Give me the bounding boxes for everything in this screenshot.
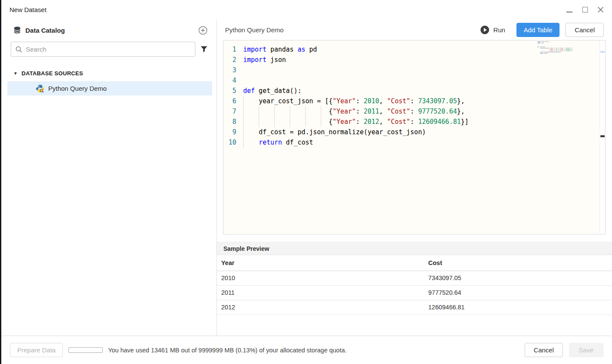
sample-preview-header: Sample Preview [217,242,612,255]
code-line: 10 return df_cost [223,137,605,148]
code-line: 9 df_cost = pd.json_normalize(year_cost_… [223,127,605,137]
footer-cancel-button[interactable]: Cancel [525,343,563,357]
code-line: 4 [223,75,605,86]
data-catalog-sidebar: Data Catalog [1,19,217,336]
close-button[interactable] [596,5,605,15]
editor-scrollbar[interactable] [600,40,605,234]
database-icon [13,26,21,34]
minimize-button[interactable] [565,5,574,15]
maximize-button[interactable] [580,5,590,15]
titlebar: New Dataset [1,0,612,19]
query-panel: Python Query Demo Run Add Table Cancel 1… [217,19,612,336]
tree-item-python-query-demo[interactable]: Python Query Demo [7,81,212,96]
search-input[interactable] [26,46,191,53]
footer-bar: Prepare Data You have used 13461 MB out … [1,336,612,364]
preview-column-header: Year [217,255,424,271]
preview-cell: 9777520.64 [424,285,612,300]
code-line: 8 {"Year": 2012, "Cost": 12609466.81}] [223,117,605,127]
section-label: DATABASE SOURCES [22,70,83,77]
add-table-button[interactable]: Add Table [516,23,559,37]
plus-circle-icon [198,26,207,35]
sample-preview-table: YearCost 20107343097.0520119777520.64201… [217,255,612,315]
prepare-data-button[interactable]: Prepare Data [10,343,63,357]
search-box [11,42,195,57]
query-title: Python Query Demo [225,26,480,34]
minimap[interactable] [538,41,599,54]
code-line: 2import json [223,55,605,65]
window-title: New Dataset [9,6,565,13]
preview-row: 201212609466.81 [217,300,612,315]
code-lines: 1import pandas as pd2import json345def g… [223,44,605,148]
preview-cell: 2010 [217,271,424,285]
preview-body: 20107343097.0520119777520.64201212609466… [217,271,612,315]
filter-funnel-icon [201,46,207,52]
preview-cell: 2011 [217,285,424,300]
preview-row: 20107343097.05 [217,271,612,285]
add-source-button[interactable] [198,26,207,35]
code-line: 6 year_cost_json = [{"Year": 2010, "Cost… [223,96,605,106]
tree-item-label: Python Query Demo [48,85,107,92]
code-line: 5def get_data(): [223,86,605,96]
minimize-icon [566,12,572,12]
section-database-sources[interactable]: ▼ DATABASE SOURCES [1,69,216,77]
new-dataset-window: New Dataset Data Catalog [0,0,612,364]
line-number: 6 [223,96,240,106]
catalog-title: Data Catalog [25,27,198,34]
line-number: 1 [223,44,240,55]
preview-row: 20119777520.64 [217,285,612,300]
python-query-icon [36,84,44,93]
line-number: 7 [223,106,240,117]
search-icon [15,46,22,53]
sample-preview-title: Sample Preview [223,245,269,252]
line-number: 10 [223,137,240,148]
line-number: 4 [223,75,240,86]
line-number: 8 [223,117,240,127]
window-controls [565,5,605,15]
line-number: 2 [223,55,240,65]
line-number: 3 [223,65,240,75]
line-number: 5 [223,86,240,96]
play-icon [480,25,489,34]
code-line: 3 [223,65,605,75]
chevron-down-icon: ▼ [13,71,19,76]
save-button[interactable]: Save [569,343,603,357]
code-line: 7 {"Year": 2011, "Cost": 9777520.64}, [223,106,605,117]
scrollbar-selection-mark [600,51,605,53]
run-button[interactable]: Run [480,25,505,34]
maximize-icon [582,7,588,12]
filter-button[interactable] [201,46,207,52]
preview-cell: 12609466.81 [424,300,612,315]
scrollbar-cursor-mark [600,135,605,137]
header-cancel-button[interactable]: Cancel [566,23,604,37]
preview-cell: 7343097.05 [424,271,612,285]
query-header: Python Query Demo Run Add Table Cancel [217,19,612,40]
code-editor[interactable]: 1import pandas as pd2import json345def g… [223,40,606,234]
preview-cell: 2012 [217,300,424,315]
storage-progress-bar [68,347,103,353]
storage-quota-text: You have used 13461 MB out of 9999999 MB… [108,347,525,354]
catalog-tree: ▼ DATABASE SOURCES Python Query Demo [1,69,216,96]
preview-header-row: YearCost [217,255,612,271]
line-number: 9 [223,127,240,137]
preview-column-header: Cost [424,255,612,271]
close-icon [597,6,604,13]
